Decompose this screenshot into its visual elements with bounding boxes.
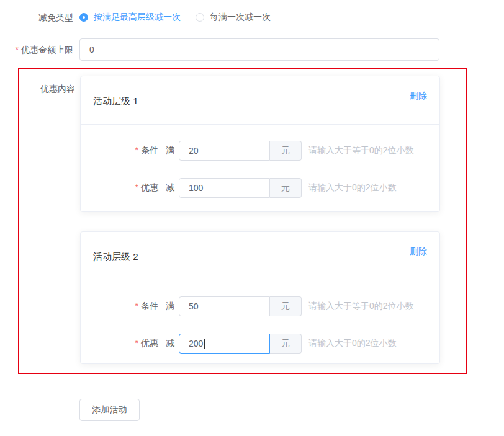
delete-level-button[interactable]: 删除	[410, 246, 427, 257]
condition-label-text: 条件	[141, 145, 158, 155]
condition-label: *条件	[81, 301, 158, 312]
benefit-label-text: 优惠	[141, 338, 158, 348]
card-title: 活动层级 2	[93, 251, 138, 263]
benefit-label: *优惠	[81, 338, 158, 349]
benefit-input-group-focused: 元	[179, 334, 302, 354]
promotion-form-page: 减免类型 按满足最高层级减一次 每满一次减一次 *优惠金额上限 优惠内容 活动层…	[0, 0, 504, 436]
activity-level-card-2: 活动层级 2 删除 *条件 满 元 请输入大于等于0的2位小数 *优惠 减	[80, 231, 440, 364]
benefit-amount-input[interactable]	[179, 178, 270, 198]
condition-label: *条件	[81, 145, 158, 156]
radio-unselected-icon[interactable]	[196, 13, 204, 22]
radio-option-highest-level[interactable]: 按满足最高层级减一次	[79, 9, 181, 26]
benefit-input-group: 元	[179, 178, 302, 198]
condition-input-group: 元	[179, 141, 302, 161]
reduction-type-row: 减免类型 按满足最高层级减一次 每满一次减一次	[0, 9, 504, 26]
condition-row: *条件 满 元 请输入大于等于0的2位小数	[81, 141, 439, 161]
required-asterisk: *	[135, 301, 138, 311]
text-cursor	[204, 339, 205, 349]
required-asterisk: *	[135, 182, 138, 192]
card-header: 活动层级 2 删除	[81, 232, 439, 280]
discount-content-group: 优惠内容 活动层级 1 删除 *条件 满 元 请输入大于等于0的2位小数 *	[18, 68, 467, 374]
condition-amount-input[interactable]	[179, 296, 270, 316]
max-discount-label-text: 优惠金额上限	[21, 45, 73, 55]
condition-label-text: 条件	[141, 301, 158, 311]
required-asterisk: *	[135, 338, 138, 348]
max-discount-input[interactable]	[79, 38, 439, 61]
condition-row: *条件 满 元 请输入大于等于0的2位小数	[81, 296, 439, 316]
required-asterisk: *	[16, 45, 19, 55]
condition-amount-input[interactable]	[179, 141, 270, 161]
card-body: *条件 满 元 请输入大于等于0的2位小数 *优惠 减 元	[81, 280, 439, 354]
benefit-label-text: 优惠	[141, 182, 158, 192]
condition-hint: 请输入大于等于0的2位小数	[308, 145, 414, 156]
benefit-hint: 请输入大于0的2位小数	[308, 338, 397, 349]
add-activity-button[interactable]: 添加活动	[79, 399, 140, 421]
benefit-prefix: 减	[166, 182, 174, 194]
radio-selected-icon[interactable]	[79, 13, 88, 22]
activity-level-card-1: 活动层级 1 删除 *条件 满 元 请输入大于等于0的2位小数 *优惠 减	[80, 76, 440, 212]
yuan-unit-addon: 元	[270, 334, 302, 354]
max-discount-field: *优惠金额上限	[0, 38, 504, 61]
benefit-row: *优惠 减 元 请输入大于0的2位小数	[81, 178, 439, 198]
reduction-type-label: 减免类型	[0, 9, 73, 26]
yuan-unit-addon: 元	[270, 296, 302, 316]
benefit-label: *优惠	[81, 182, 158, 194]
benefit-hint: 请输入大于0的2位小数	[308, 182, 397, 194]
card-title: 活动层级 1	[93, 96, 138, 107]
benefit-prefix: 减	[166, 338, 174, 349]
condition-prefix: 满	[166, 145, 174, 156]
radio-option-label[interactable]: 按满足最高层级减一次	[94, 12, 181, 23]
benefit-row: *优惠 减 元 请输入大于0的2位小数	[81, 334, 439, 354]
condition-prefix: 满	[166, 301, 174, 312]
radio-option-every-time[interactable]: 每满一次减一次	[196, 9, 271, 26]
card-body: *条件 满 元 请输入大于等于0的2位小数 *优惠 减 元 请输入大于0的2	[81, 125, 439, 198]
delete-level-button[interactable]: 删除	[410, 91, 427, 102]
condition-hint: 请输入大于等于0的2位小数	[308, 301, 414, 312]
condition-input-group: 元	[179, 296, 302, 316]
radio-option-label[interactable]: 每满一次减一次	[210, 12, 271, 23]
card-header: 活动层级 1 删除	[81, 76, 439, 125]
yuan-unit-addon: 元	[270, 178, 302, 198]
required-asterisk: *	[135, 145, 138, 155]
discount-content-label: 优惠内容	[19, 84, 75, 95]
yuan-unit-addon: 元	[270, 141, 302, 161]
benefit-amount-input-focused[interactable]	[179, 334, 270, 354]
max-discount-label: *优惠金额上限	[0, 38, 73, 61]
